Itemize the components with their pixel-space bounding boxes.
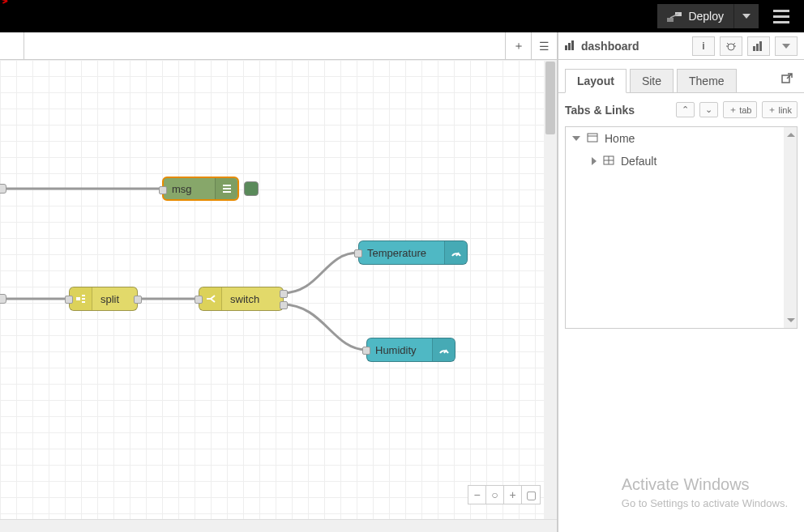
node-label: split: [92, 293, 137, 305]
node-humidity[interactable]: Humidity: [366, 338, 455, 362]
workspace: ＋ ☰ msg: [0, 32, 558, 532]
tree-label: Default: [621, 155, 656, 168]
expand-all-button[interactable]: ⌃: [676, 102, 695, 117]
svg-rect-7: [82, 298, 85, 300]
horizontal-scrollbar[interactable]: [0, 519, 557, 532]
node-label: switch: [222, 293, 283, 305]
list-icon: ☰: [539, 40, 550, 53]
node-split[interactable]: split: [69, 287, 138, 311]
node-temperature[interactable]: Temperature: [358, 240, 468, 265]
plus-icon: ＋: [513, 39, 524, 53]
svg-rect-20: [756, 44, 759, 51]
zoom-out-button[interactable]: −: [468, 486, 486, 504]
svg-rect-19: [753, 46, 755, 51]
svg-rect-3: [223, 188, 231, 189]
sidebar-more-button[interactable]: [775, 36, 798, 56]
chevron-down-icon: [742, 14, 751, 19]
port-out-1[interactable]: [280, 290, 288, 298]
svg-line-17: [727, 43, 729, 45]
port-in[interactable]: [362, 347, 370, 355]
port-out-2[interactable]: [280, 301, 288, 309]
svg-point-14: [728, 44, 734, 50]
tab-icon: [587, 132, 598, 145]
vertical-scrollbar[interactable]: [544, 60, 557, 519]
collapse-all-button[interactable]: ⌄: [699, 102, 718, 117]
flow-tab[interactable]: [0, 32, 24, 59]
top-bar: Deploy: [0, 0, 804, 32]
navigator-button[interactable]: ▢: [522, 486, 540, 504]
node-debug[interactable]: msg: [162, 177, 239, 201]
tab-theme[interactable]: Theme: [677, 69, 737, 93]
open-dashboard-button[interactable]: ↘: [776, 68, 798, 92]
info-button[interactable]: i: [692, 36, 715, 56]
tabs-links-label: Tabs & Links: [565, 104, 671, 117]
gauge-icon: [444, 241, 467, 264]
tabs-links-bar: Tabs & Links ⌃ ⌄ ＋tab ＋link: [558, 93, 804, 126]
port-in[interactable]: [354, 249, 362, 257]
node-label: msg: [164, 183, 215, 195]
add-tab-button[interactable]: ＋tab: [723, 101, 757, 118]
svg-rect-13: [571, 40, 574, 50]
view-tools: − ○ + ▢: [468, 485, 541, 504]
tree-item-default[interactable]: Default: [566, 150, 797, 172]
tree-item-home[interactable]: Home: [566, 127, 797, 150]
svg-rect-23: [588, 134, 597, 142]
deploy-main[interactable]: Deploy: [657, 4, 734, 28]
port-out[interactable]: [134, 296, 142, 304]
flow-list-button[interactable]: ☰: [531, 32, 557, 59]
port-in[interactable]: [195, 296, 203, 304]
deploy-label: Deploy: [688, 10, 724, 23]
input-port-1[interactable]: [0, 184, 6, 194]
dashboard-button[interactable]: [747, 36, 770, 56]
node-switch[interactable]: switch: [199, 287, 284, 311]
chevron-right-icon: [592, 157, 597, 165]
svg-rect-6: [82, 295, 85, 296]
sidebar-title: dashboard: [565, 40, 687, 53]
zoom-in-button[interactable]: +: [504, 486, 522, 504]
tab-layout[interactable]: Layout: [565, 69, 627, 93]
flow-tabs: ＋ ☰: [0, 32, 557, 60]
dashboard-tabs: Layout Site Theme ↘: [558, 60, 804, 93]
deploy-dropdown[interactable]: [734, 4, 759, 28]
svg-rect-21: [759, 41, 762, 51]
port-in[interactable]: [65, 296, 73, 304]
svg-rect-0: [667, 18, 674, 22]
input-port-2[interactable]: [0, 294, 6, 304]
flow-canvas[interactable]: msg split switch: [0, 60, 557, 519]
svg-rect-8: [82, 301, 85, 303]
sidebar: dashboard i Layout Site Theme ↘ Tabs & L…: [558, 32, 804, 532]
add-link-button[interactable]: ＋link: [762, 101, 798, 118]
svg-rect-12: [568, 43, 571, 50]
debug-button[interactable]: [720, 36, 742, 56]
deploy-icon: [667, 11, 682, 21]
gauge-icon: [432, 338, 455, 361]
zoom-reset-button[interactable]: ○: [486, 486, 504, 504]
port-in[interactable]: [159, 186, 167, 194]
chevron-down-icon: [572, 136, 580, 141]
node-label: Humidity: [367, 344, 432, 356]
debug-toggle[interactable]: [244, 181, 259, 196]
windows-watermark: Activate Windows Go to Settings to activ…: [622, 475, 788, 509]
tab-site[interactable]: Site: [630, 69, 674, 93]
deploy-button[interactable]: Deploy: [657, 4, 759, 28]
sidebar-header: dashboard i: [558, 32, 804, 60]
chart-icon: [565, 40, 576, 53]
tree-label: Home: [605, 132, 635, 145]
dashboard-tree: Home Default: [565, 126, 798, 329]
switch-icon: [199, 287, 222, 310]
svg-rect-11: [565, 45, 567, 50]
svg-rect-5: [76, 297, 80, 300]
svg-line-18: [733, 43, 735, 45]
split-icon: [70, 287, 92, 310]
node-label: Temperature: [359, 247, 444, 259]
menu-button[interactable]: [765, 0, 798, 32]
debug-icon: [215, 178, 237, 199]
tree-scrollbar[interactable]: [784, 127, 797, 328]
group-icon: [603, 155, 614, 168]
svg-rect-4: [223, 191, 231, 193]
add-flow-button[interactable]: ＋: [505, 32, 531, 59]
chevron-down-icon: [782, 44, 790, 49]
svg-rect-2: [223, 185, 231, 186]
